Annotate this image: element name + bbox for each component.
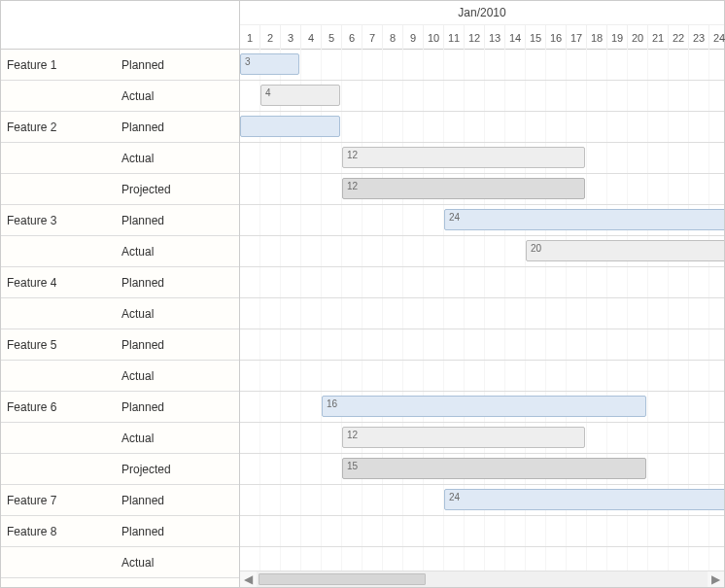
day-header-cell: 17 [567, 25, 587, 50]
timeline-row [240, 267, 724, 298]
left-header-blank [1, 1, 239, 50]
series-name: Actual [121, 432, 233, 445]
table-row[interactable]: Actual [1, 547, 239, 578]
timeline-row: 3 [240, 50, 724, 81]
day-header-cell: 14 [505, 25, 526, 50]
day-header-cell: 3 [281, 25, 301, 50]
table-row[interactable]: Actual [1, 143, 239, 174]
scrollbar-track[interactable] [257, 571, 708, 587]
feature-name: Feature 2 [7, 121, 121, 134]
series-name: Actual [121, 245, 233, 259]
table-row[interactable]: Feature 1Planned [1, 50, 239, 81]
gantt-bar[interactable]: 20 [526, 240, 724, 261]
feature-name: Feature 1 [7, 58, 121, 72]
timeline-row: 4 [240, 81, 724, 112]
gantt-right-pane: Jan/2010 1234567891011121314151617181920… [240, 1, 724, 587]
feature-name: Feature 8 [7, 525, 121, 538]
timeline-row [240, 329, 724, 361]
day-header-cell: 22 [669, 25, 689, 50]
days-row: 123456789101112131415161718192021222324 [240, 25, 724, 50]
table-row[interactable]: Feature 4Planned [1, 267, 239, 298]
feature-name: Feature 3 [7, 214, 121, 227]
day-header-cell: 9 [403, 25, 424, 50]
gantt-bar[interactable]: 24 [444, 209, 724, 230]
gantt-bar[interactable]: 12 [342, 178, 585, 199]
day-header-cell: 23 [689, 25, 709, 50]
gantt-bar[interactable] [240, 116, 340, 137]
day-header-cell: 13 [485, 25, 505, 50]
table-row[interactable]: Feature 5Planned [1, 329, 239, 361]
series-name: Projected [121, 463, 233, 476]
series-name: Planned [121, 400, 233, 414]
series-name: Planned [121, 121, 233, 134]
day-header-cell: 15 [526, 25, 546, 50]
series-name: Actual [121, 369, 233, 383]
day-header-cell: 21 [648, 25, 669, 50]
gantt-bar[interactable]: 3 [240, 53, 299, 75]
table-row[interactable]: Projected [1, 454, 239, 485]
gantt-bar[interactable]: 12 [342, 427, 585, 448]
timeline-row [240, 516, 724, 547]
series-name: Planned [121, 276, 233, 290]
timeline-row: 15 [240, 454, 724, 485]
day-header-cell: 18 [587, 25, 607, 50]
series-name: Planned [121, 525, 233, 538]
month-label: Jan/2010 [240, 1, 724, 25]
series-name: Planned [121, 214, 233, 227]
timeline-rows-container: 341212242016121524 [240, 50, 724, 571]
table-row[interactable]: Feature 8Planned [1, 516, 239, 547]
table-row[interactable]: Projected [1, 174, 239, 205]
gantt-bar[interactable]: 24 [444, 489, 724, 510]
gantt-bar[interactable]: 16 [322, 396, 646, 417]
table-row[interactable]: Feature 3Planned [1, 205, 239, 236]
timeline-row: 12 [240, 143, 724, 174]
chevron-right-icon: ▶ [711, 572, 720, 586]
scroll-left-button[interactable]: ◀ [240, 571, 257, 588]
series-name: Actual [121, 307, 233, 321]
gantt-bar[interactable]: 15 [342, 458, 646, 479]
gantt-bar[interactable]: 12 [342, 147, 585, 168]
gantt-chart: Feature 1PlannedActualFeature 2PlannedAc… [0, 0, 725, 588]
feature-name: Feature 7 [7, 494, 121, 507]
feature-name: Feature 4 [7, 276, 121, 290]
timeline-header: Jan/2010 1234567891011121314151617181920… [240, 1, 724, 50]
gantt-body: Feature 1PlannedActualFeature 2PlannedAc… [1, 1, 724, 587]
timeline-row: 20 [240, 236, 724, 267]
table-row[interactable]: Actual [1, 81, 239, 112]
chevron-left-icon: ◀ [244, 572, 253, 586]
right-rows: 341212242016121524 [240, 50, 724, 571]
series-name: Projected [121, 183, 233, 196]
table-row[interactable]: Actual [1, 423, 239, 454]
series-name: Planned [121, 494, 233, 507]
timeline-row: 16 [240, 392, 724, 423]
table-row[interactable]: Feature 2Planned [1, 112, 239, 143]
horizontal-scrollbar[interactable]: ◀ ▶ [240, 571, 724, 587]
table-row[interactable]: Feature 7Planned [1, 485, 239, 516]
day-header-cell: 5 [322, 25, 342, 50]
scroll-right-button[interactable]: ▶ [708, 571, 724, 588]
timeline-row: 24 [240, 485, 724, 516]
gantt-bar[interactable]: 4 [260, 85, 340, 106]
day-header-cell: 10 [424, 25, 444, 50]
day-header-cell: 24 [709, 25, 725, 50]
day-header-cell: 19 [607, 25, 628, 50]
feature-name: Feature 5 [7, 338, 121, 352]
timeline-row [240, 547, 724, 571]
table-row[interactable]: Feature 6Planned [1, 392, 239, 423]
table-row[interactable]: Actual [1, 236, 239, 267]
series-name: Planned [121, 338, 233, 352]
day-header-cell: 7 [362, 25, 383, 50]
timeline-row [240, 361, 724, 392]
day-header-cell: 6 [342, 25, 362, 50]
series-name: Actual [121, 152, 233, 165]
day-header-cell: 4 [301, 25, 322, 50]
table-row[interactable]: Actual [1, 361, 239, 392]
table-row[interactable]: Actual [1, 298, 239, 329]
gantt-left-pane: Feature 1PlannedActualFeature 2PlannedAc… [1, 1, 240, 587]
day-header-cell: 12 [465, 25, 485, 50]
timeline-row [240, 112, 724, 143]
left-rows: Feature 1PlannedActualFeature 2PlannedAc… [1, 50, 239, 578]
scrollbar-thumb[interactable] [259, 573, 426, 585]
series-name: Actual [121, 556, 233, 570]
day-header-cell: 8 [383, 25, 403, 50]
